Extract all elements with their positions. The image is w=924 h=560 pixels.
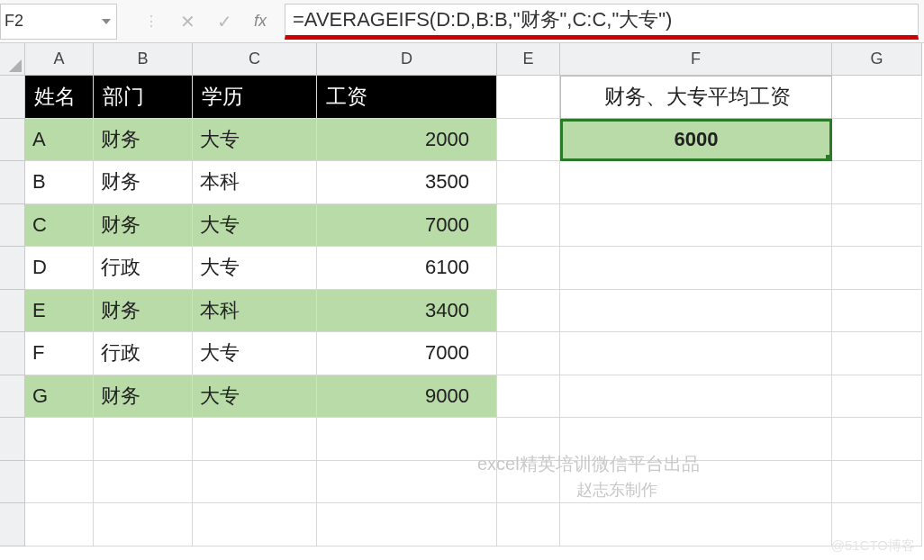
cell[interactable]: A: [25, 119, 94, 162]
cell[interactable]: [317, 503, 497, 546]
row-header[interactable]: 5: [0, 247, 25, 290]
cell[interactable]: [497, 119, 560, 162]
cell[interactable]: 大专: [193, 332, 317, 375]
cell[interactable]: D: [25, 247, 94, 290]
cell[interactable]: [497, 161, 560, 204]
column-header[interactable]: C: [193, 43, 317, 76]
column-header[interactable]: E: [497, 43, 560, 76]
select-all-corner[interactable]: [0, 43, 25, 76]
cell[interactable]: [560, 290, 832, 333]
cell[interactable]: [497, 461, 560, 504]
cell[interactable]: 2000: [317, 119, 497, 162]
cell[interactable]: 部门: [94, 76, 193, 119]
enter-icon[interactable]: ✓: [217, 11, 232, 32]
cell[interactable]: 3400: [317, 290, 497, 333]
result-cell[interactable]: 6000: [560, 119, 832, 162]
cell[interactable]: [832, 418, 922, 461]
cell[interactable]: [25, 461, 94, 504]
row-header[interactable]: 11: [0, 503, 25, 546]
cell[interactable]: 财务: [94, 375, 193, 419]
cell[interactable]: [560, 161, 832, 204]
cell[interactable]: [497, 76, 560, 119]
cell[interactable]: [497, 247, 560, 290]
column-header[interactable]: D: [317, 43, 497, 76]
cell[interactable]: 本科: [193, 290, 317, 333]
row-header[interactable]: 4: [0, 204, 25, 248]
cancel-icon[interactable]: ✕: [180, 11, 195, 32]
cell[interactable]: 大专: [193, 204, 317, 248]
cell[interactable]: [560, 418, 832, 461]
column-header[interactable]: F: [560, 43, 832, 76]
cell[interactable]: 大专: [193, 375, 317, 419]
column-header[interactable]: A: [25, 43, 94, 76]
cell[interactable]: 财务: [94, 161, 193, 204]
cell[interactable]: [832, 76, 922, 119]
cell[interactable]: [94, 461, 193, 504]
cell[interactable]: [832, 375, 922, 419]
cell[interactable]: 学历: [193, 76, 317, 119]
cell[interactable]: G: [25, 375, 94, 419]
cell[interactable]: 工资: [317, 76, 497, 119]
cell[interactable]: [317, 418, 497, 461]
cell[interactable]: 行政: [94, 332, 193, 375]
result-header-cell[interactable]: 财务、大专平均工资: [560, 76, 832, 119]
cell[interactable]: [497, 418, 560, 461]
cell[interactable]: 6100: [317, 247, 497, 290]
cell[interactable]: [497, 204, 560, 248]
cell[interactable]: [560, 375, 832, 419]
cell[interactable]: [832, 461, 922, 504]
cell[interactable]: [25, 418, 94, 461]
cell[interactable]: [832, 204, 922, 248]
row-header[interactable]: 9: [0, 418, 25, 461]
cell[interactable]: 大专: [193, 119, 317, 162]
cell[interactable]: [25, 503, 94, 546]
cell[interactable]: 财务: [94, 119, 193, 162]
fx-icon[interactable]: fx: [254, 12, 267, 31]
row-header[interactable]: 10: [0, 461, 25, 504]
cell[interactable]: 7000: [317, 332, 497, 375]
cell[interactable]: [832, 290, 922, 333]
cell[interactable]: [560, 247, 832, 290]
cell[interactable]: 行政: [94, 247, 193, 290]
cell[interactable]: [560, 204, 832, 248]
cell[interactable]: [560, 461, 832, 504]
cell[interactable]: 财务: [94, 204, 193, 248]
cell[interactable]: [94, 418, 193, 461]
cell[interactable]: [193, 503, 317, 546]
cell[interactable]: [832, 503, 922, 546]
row-header[interactable]: 7: [0, 332, 25, 375]
cell[interactable]: B: [25, 161, 94, 204]
cell[interactable]: 姓名: [25, 76, 94, 119]
formula-input[interactable]: =AVERAGEIFS(D:D,B:B,"财务",C:C,"大专"): [285, 4, 919, 40]
row-header[interactable]: 8: [0, 375, 25, 419]
column-header[interactable]: B: [94, 43, 193, 76]
row-header[interactable]: 2: [0, 119, 25, 162]
column-header[interactable]: G: [832, 43, 922, 76]
cell[interactable]: [560, 503, 832, 546]
row-header[interactable]: 1: [0, 76, 25, 119]
cell[interactable]: C: [25, 204, 94, 248]
cell[interactable]: 本科: [193, 161, 317, 204]
cell[interactable]: [94, 503, 193, 546]
cell[interactable]: [193, 418, 317, 461]
row-header[interactable]: 6: [0, 290, 25, 333]
chevron-down-icon[interactable]: [102, 19, 111, 24]
cell[interactable]: [832, 119, 922, 162]
cell[interactable]: [497, 290, 560, 333]
cell[interactable]: F: [25, 332, 94, 375]
cell[interactable]: 9000: [317, 375, 497, 419]
cell[interactable]: [193, 461, 317, 504]
cell[interactable]: 7000: [317, 204, 497, 248]
cell[interactable]: [832, 332, 922, 375]
cell[interactable]: 3500: [317, 161, 497, 204]
cell[interactable]: 大专: [193, 247, 317, 290]
cell[interactable]: [317, 461, 497, 504]
cell[interactable]: [832, 161, 922, 204]
cell[interactable]: 财务: [94, 290, 193, 333]
cell[interactable]: [497, 375, 560, 419]
cell[interactable]: E: [25, 290, 94, 333]
cell[interactable]: [832, 247, 922, 290]
cell[interactable]: [560, 332, 832, 375]
row-header[interactable]: 3: [0, 161, 25, 204]
cell[interactable]: [497, 332, 560, 375]
